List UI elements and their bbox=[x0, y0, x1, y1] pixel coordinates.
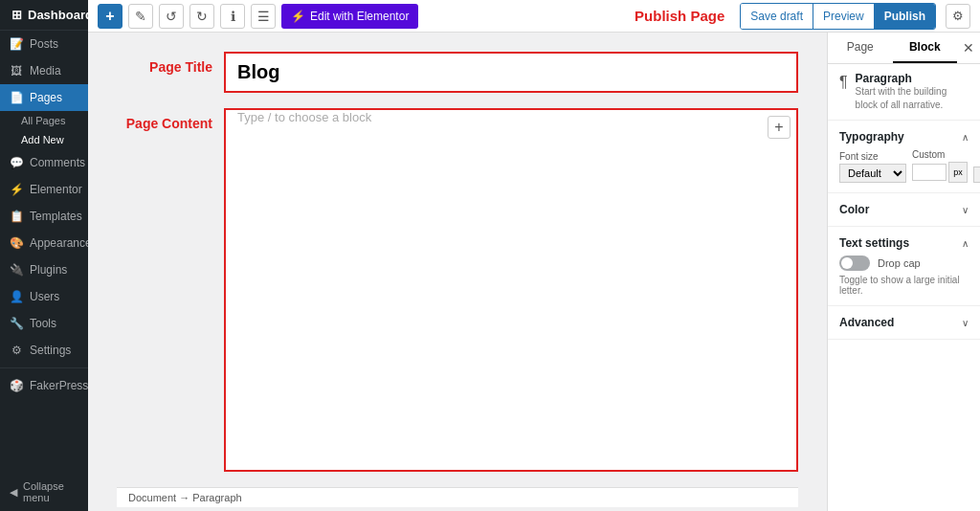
edit-button[interactable]: ✎ bbox=[128, 4, 153, 29]
page-content-row: Page Content Type / to choose a block + bbox=[117, 108, 798, 472]
content-editor: Page Title Page Content Type / to choose… bbox=[88, 33, 827, 511]
sidebar-item-users[interactable]: 👤 Users bbox=[0, 283, 88, 310]
block-description: Start with the building block of all nar… bbox=[856, 85, 969, 112]
page-title-row: Page Title bbox=[117, 52, 798, 93]
drop-cap-hint: Toggle to show a large initial letter. bbox=[839, 275, 969, 296]
list-view-button[interactable]: ☰ bbox=[251, 4, 276, 29]
text-settings-section: Text settings ∧ Drop cap Toggle to show … bbox=[828, 227, 980, 306]
advanced-title: Advanced bbox=[839, 316, 894, 329]
redo-button[interactable]: ↻ bbox=[189, 4, 214, 29]
tools-icon: 🔧 bbox=[10, 317, 23, 330]
add-block-icon: + bbox=[774, 119, 783, 136]
posts-icon: 📝 bbox=[10, 37, 23, 51]
sidebar-item-elementor[interactable]: ⚡ Elementor bbox=[0, 176, 88, 203]
sidebar-item-comments[interactable]: 💬 Comments bbox=[0, 149, 88, 176]
unit-label: px bbox=[953, 167, 963, 177]
sidebar-label: Posts bbox=[30, 37, 58, 51]
custom-label: Custom bbox=[912, 149, 968, 160]
publish-action-group: Save draft Preview Publish bbox=[740, 3, 936, 30]
panel-tabs: Page Block ✕ bbox=[828, 33, 980, 64]
sidebar: ⊞ Dashboard 📝 Posts 🖼 Media 📄 Pages All … bbox=[0, 0, 88, 511]
topbar-settings-icon: ⚙ bbox=[952, 9, 964, 23]
collapse-menu-button[interactable]: ◀ Collapse menu bbox=[0, 473, 88, 511]
sidebar-item-settings[interactable]: ⚙ Settings bbox=[0, 337, 88, 364]
color-header[interactable]: Color ∨ bbox=[839, 203, 969, 216]
sidebar-label: Tools bbox=[30, 317, 56, 330]
preview-button[interactable]: Preview bbox=[813, 4, 875, 29]
custom-size-input[interactable] bbox=[912, 164, 947, 181]
topbar: + ✎ ↺ ↻ ℹ ☰ ⚡ Edit with Elementor Publis… bbox=[88, 0, 980, 33]
sidebar-brand[interactable]: ⊞ Dashboard bbox=[0, 0, 88, 31]
redo-icon: ↻ bbox=[196, 9, 208, 24]
dashboard-icon: ⊞ bbox=[11, 8, 22, 22]
editor-area: Page Title Page Content Type / to choose… bbox=[88, 33, 980, 511]
drop-cap-toggle[interactable] bbox=[839, 256, 870, 271]
custom-input-group: px bbox=[912, 162, 968, 183]
sidebar-item-plugins[interactable]: 🔌 Plugins bbox=[0, 256, 88, 283]
tab-page[interactable]: Page bbox=[828, 33, 893, 63]
sidebar-label: Users bbox=[30, 290, 59, 303]
add-icon: + bbox=[105, 8, 114, 25]
sidebar-sub-add-new[interactable]: Add New bbox=[0, 130, 88, 149]
block-info: ¶ Paragraph Start with the building bloc… bbox=[828, 64, 980, 121]
sidebar-label: Settings bbox=[30, 344, 71, 357]
sidebar-item-posts[interactable]: 📝 Posts bbox=[0, 31, 88, 57]
topbar-settings-button[interactable]: ⚙ bbox=[946, 4, 970, 29]
sidebar-item-templates[interactable]: 📋 Templates bbox=[0, 203, 88, 230]
edit-with-elementor-button[interactable]: ⚡ Edit with Elementor bbox=[281, 4, 418, 29]
advanced-chevron-icon: ∨ bbox=[962, 318, 969, 328]
page-title-input[interactable] bbox=[224, 52, 798, 93]
sub-item-label: All Pages bbox=[21, 115, 65, 126]
font-size-select[interactable]: Default bbox=[839, 164, 906, 183]
publish-page-label: Publish Page bbox=[635, 8, 724, 24]
list-icon: ☰ bbox=[257, 9, 270, 24]
typography-chevron-icon: ∧ bbox=[962, 132, 969, 143]
sub-item-label: Add New bbox=[21, 134, 64, 145]
fakerpress-icon: 🎲 bbox=[10, 379, 23, 392]
text-settings-title: Text settings bbox=[839, 236, 909, 250]
content-area[interactable]: Type / to choose a block + bbox=[224, 108, 798, 472]
font-size-control: Font size Default bbox=[839, 151, 906, 183]
text-settings-header[interactable]: Text settings ∧ bbox=[839, 236, 969, 250]
sidebar-label: Comments bbox=[30, 156, 85, 169]
tab-block[interactable]: Block bbox=[893, 33, 958, 63]
info-button[interactable]: ℹ bbox=[220, 4, 245, 29]
templates-icon: 📋 bbox=[10, 210, 23, 223]
sidebar-label: Media bbox=[30, 64, 61, 78]
sidebar-label: Templates bbox=[30, 210, 82, 223]
sidebar-label: Plugins bbox=[30, 263, 67, 277]
elementor-btn-label: Edit with Elementor bbox=[310, 10, 409, 23]
color-section: Color ∨ bbox=[828, 193, 980, 227]
panel-close-button[interactable]: ✕ bbox=[957, 36, 980, 59]
undo-button[interactable]: ↺ bbox=[159, 4, 184, 29]
paragraph-icon: ¶ bbox=[839, 74, 848, 91]
elementor-btn-icon: ⚡ bbox=[291, 10, 305, 23]
add-block-topbar-button[interactable]: + bbox=[98, 4, 122, 29]
users-icon: 👤 bbox=[10, 290, 23, 303]
add-block-button[interactable]: + bbox=[768, 116, 791, 139]
brand-label: Dashboard bbox=[28, 8, 88, 22]
content-placeholder: Type / to choose a block bbox=[226, 102, 383, 132]
editor-footer: Document → Paragraph bbox=[117, 487, 798, 507]
main-area: + ✎ ↺ ↻ ℹ ☰ ⚡ Edit with Elementor Publis… bbox=[88, 0, 980, 511]
sidebar-item-tools[interactable]: 🔧 Tools bbox=[0, 310, 88, 337]
save-draft-button[interactable]: Save draft bbox=[741, 4, 813, 29]
typography-title: Typography bbox=[839, 130, 904, 144]
edit-icon: ✎ bbox=[135, 9, 146, 24]
info-icon: ℹ bbox=[231, 9, 235, 24]
advanced-header[interactable]: Advanced ∨ bbox=[839, 316, 969, 329]
sidebar-item-pages[interactable]: 📄 Pages bbox=[0, 84, 88, 111]
collapse-icon: ◀ bbox=[10, 486, 17, 499]
typography-header[interactable]: Typography ∧ bbox=[839, 130, 969, 144]
sidebar-item-fakerpress[interactable]: 🎲 FakerPress bbox=[0, 372, 88, 399]
reset-button[interactable]: Reset bbox=[973, 167, 980, 183]
publish-button[interactable]: Publish bbox=[875, 4, 935, 29]
text-settings-chevron-icon: ∧ bbox=[962, 238, 969, 249]
unit-button[interactable]: px bbox=[948, 162, 968, 183]
sidebar-item-appearance[interactable]: 🎨 Appearance bbox=[0, 230, 88, 256]
color-title: Color bbox=[839, 203, 869, 216]
sidebar-sub-all-pages[interactable]: All Pages bbox=[0, 111, 88, 130]
color-chevron-icon: ∨ bbox=[962, 205, 969, 215]
pages-icon: 📄 bbox=[10, 91, 23, 104]
sidebar-item-media[interactable]: 🖼 Media bbox=[0, 57, 88, 84]
